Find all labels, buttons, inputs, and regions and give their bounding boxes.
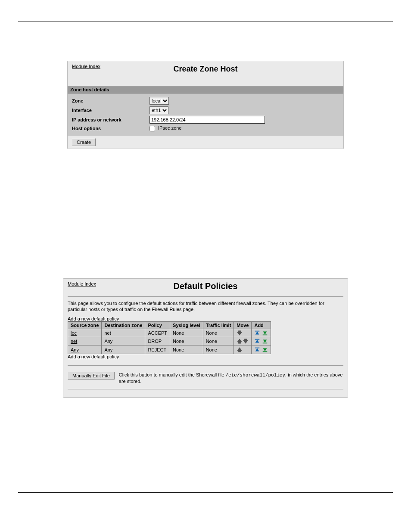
th-add: Add (252, 322, 271, 329)
page-description: This page allows you to configure the de… (68, 300, 343, 313)
ipsec-checkbox[interactable] (149, 126, 155, 131)
syslog-cell: None (170, 337, 203, 345)
policy-cell: ACCEPT (145, 329, 170, 337)
th-policy: Policy (145, 322, 170, 329)
create-button[interactable]: Create (72, 138, 96, 146)
limit-cell: None (203, 345, 234, 354)
interface-select[interactable]: eth1 (149, 106, 168, 114)
module-index-link-2[interactable]: Module Index (68, 281, 96, 286)
syslog-cell: None (170, 345, 203, 354)
svg-marker-5 (237, 339, 242, 344)
svg-marker-13 (255, 348, 259, 351)
move-down-icon[interactable] (237, 330, 243, 335)
table-row: netAnyDROPNoneNone (68, 337, 271, 345)
add-cell (252, 337, 271, 345)
module-index-link[interactable]: Module Index (72, 64, 100, 69)
add-below-icon[interactable] (262, 330, 268, 335)
move-cell (234, 345, 252, 354)
dest-zone-cell: Any (102, 337, 145, 345)
interface-label: Interface (72, 108, 149, 113)
move-cell (234, 337, 252, 345)
page-title: Create Zone Host (72, 65, 339, 74)
policy-cell: REJECT (145, 345, 170, 354)
svg-marker-14 (263, 348, 267, 351)
dest-zone-cell: Any (102, 345, 145, 354)
th-syslog: Syslog level (170, 322, 203, 329)
section-header: Zone host details (68, 86, 343, 93)
default-policies-panel: Module Index Default Policies This page … (63, 278, 348, 398)
move-down-icon[interactable] (243, 338, 249, 343)
svg-marker-3 (263, 332, 267, 335)
svg-marker-2 (255, 332, 259, 335)
move-up-icon[interactable] (237, 338, 243, 343)
source-zone-link[interactable]: loc (71, 330, 77, 336)
ipsec-label: IPsec zone (158, 125, 181, 131)
page-title-2: Default Policies (68, 281, 343, 291)
add-policy-link-bottom[interactable]: Add a new default policy (68, 354, 119, 359)
move-up-icon[interactable] (237, 346, 243, 352)
add-cell (252, 345, 271, 354)
ip-label: IP address or network (72, 117, 149, 122)
source-zone-link[interactable]: Any (71, 347, 79, 352)
th-limit: Traffic limit (203, 322, 234, 329)
table-row: locnetACCEPTNoneNone (68, 329, 271, 337)
dest-zone-cell: net (102, 329, 145, 337)
policy-cell: DROP (145, 337, 170, 345)
svg-marker-9 (263, 340, 267, 343)
th-move: Move (234, 322, 252, 329)
add-above-icon[interactable] (254, 346, 260, 352)
syslog-cell: None (170, 329, 203, 337)
manual-edit-description: Click this button to manually edit the S… (119, 372, 343, 385)
move-cell (234, 329, 252, 337)
zone-label: Zone (72, 98, 149, 103)
svg-marker-11 (237, 347, 242, 352)
add-cell (252, 329, 271, 337)
limit-cell: None (203, 337, 234, 345)
svg-marker-0 (237, 331, 242, 336)
manually-edit-file-button[interactable]: Manually Edit File (68, 372, 115, 380)
limit-cell: None (203, 329, 234, 337)
add-below-icon[interactable] (262, 338, 268, 343)
ip-input[interactable] (149, 116, 265, 124)
table-row: AnyAnyREJECTNoneNone (68, 345, 271, 354)
th-dest: Destination zone (102, 322, 145, 329)
add-above-icon[interactable] (254, 330, 260, 335)
source-zone-link[interactable]: net (71, 339, 77, 344)
add-below-icon[interactable] (262, 346, 268, 352)
add-above-icon[interactable] (254, 338, 260, 343)
zone-select[interactable]: local (149, 97, 169, 105)
add-policy-link-top[interactable]: Add a new default policy (68, 316, 119, 321)
policies-table: Source zone Destination zone Policy Sysl… (68, 321, 271, 354)
svg-marker-6 (243, 339, 248, 344)
create-zone-host-panel: Module Index Create Zone Host Zone host … (67, 61, 344, 149)
th-source: Source zone (68, 322, 102, 329)
host-options-label: Host options (72, 126, 149, 131)
svg-marker-8 (255, 340, 259, 343)
